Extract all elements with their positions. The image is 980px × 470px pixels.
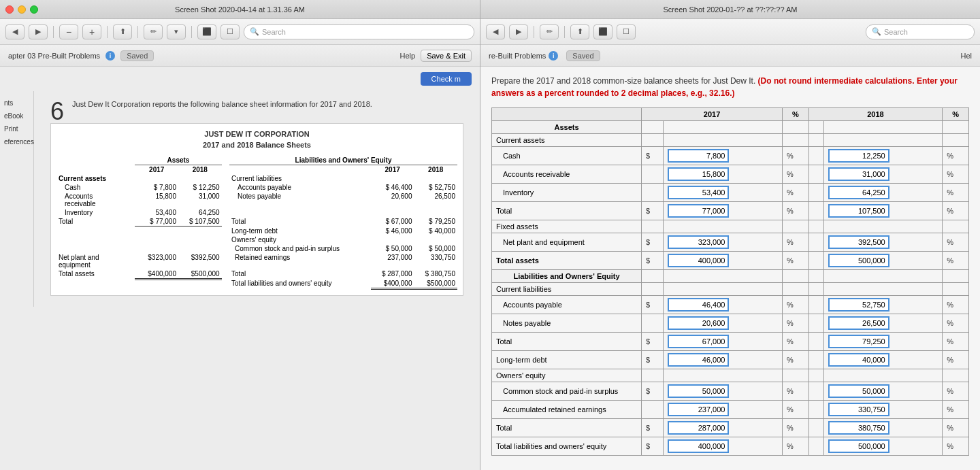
- share-button[interactable]: ⬆: [113, 24, 132, 39]
- bs-liab-equity-header: Liabilities and Owners' Equity: [229, 156, 457, 165]
- right-back-button[interactable]: ◀: [486, 24, 505, 39]
- bs-total-assets-2018: 500,000: [195, 270, 219, 278]
- row-label-np: Notes payable: [492, 314, 642, 333]
- right-annotate2-button[interactable]: ☐: [617, 24, 636, 39]
- dollar-total-le-2017: $: [642, 437, 664, 456]
- left-main-content: nts eBook Print eferences 6 Just Dew It …: [0, 91, 480, 307]
- toolbar-separator-3: [137, 26, 138, 38]
- bs-total-oe-label: Total: [229, 269, 371, 280]
- bs-cash-label: Cash: [56, 183, 135, 192]
- input-total-cl-2018[interactable]: [828, 335, 889, 348]
- forward-button[interactable]: ▶: [29, 24, 48, 39]
- pencil-down-button[interactable]: ▾: [167, 24, 186, 39]
- input-ltd-2017[interactable]: [668, 353, 729, 367]
- bs-ap-2018: 52,750: [434, 184, 455, 191]
- pencil-button[interactable]: ✏: [144, 24, 163, 39]
- input-total-oe-2018[interactable]: [828, 421, 889, 435]
- input-ap-2017[interactable]: [668, 298, 729, 312]
- sidebar-item-print[interactable]: Print: [3, 122, 31, 135]
- pct-label-total-ca-2018: %: [947, 207, 953, 215]
- left-panel: Screen Shot 2020-04-14 at 1.31.36 AM ◀ ▶…: [0, 0, 480, 470]
- maximize-button[interactable]: [30, 5, 38, 14]
- pct-label-total-oe-2017: %: [787, 424, 794, 432]
- input-total-cl-2017[interactable]: [668, 335, 729, 348]
- input-np-2017[interactable]: [668, 316, 729, 330]
- sidebar-item-ebook[interactable]: eBook: [3, 110, 31, 122]
- input-total-assets-2018[interactable]: [828, 254, 889, 267]
- left-help-link[interactable]: Help: [400, 52, 416, 60]
- bs-nppe-2018: 392,500: [195, 254, 219, 261]
- row-label-fixed-assets: Fixed assets: [492, 220, 642, 233]
- annotate-button[interactable]: ⬛: [197, 24, 216, 39]
- problem-area: 6 Just Dew It Corporation reports the fo…: [39, 94, 474, 115]
- dollar-total-cl-2017: $: [642, 333, 664, 351]
- input-ap-2018[interactable]: [828, 298, 889, 312]
- col-header-2018: 2018: [808, 108, 943, 121]
- input-cash-2018[interactable]: [828, 149, 889, 163]
- bs-nppe-2017: 323,000: [152, 254, 176, 261]
- input-re-2018[interactable]: [828, 403, 889, 416]
- input-total-ca-2017[interactable]: [668, 204, 729, 218]
- save-exit-button[interactable]: Save & Exit: [421, 50, 472, 62]
- bs-inv-2017: 53,400: [135, 208, 178, 217]
- input-total-assets-2017[interactable]: [668, 254, 729, 267]
- bs-ar-2017: 15,800: [135, 192, 178, 208]
- left-search-placeholder: Search: [262, 28, 286, 36]
- sidebar-item-references[interactable]: eferences: [3, 135, 31, 148]
- input-total-ca-2018[interactable]: [828, 204, 889, 218]
- row-label-total-ca: Total: [492, 202, 642, 220]
- input-cs-2018[interactable]: [828, 384, 889, 398]
- check-button[interactable]: Check m: [421, 72, 472, 86]
- left-sidebar: nts eBook Print eferences: [0, 91, 34, 307]
- bs-re-2017: 237,000: [371, 253, 414, 269]
- bs-total-oe-2018: 380,750: [431, 270, 455, 278]
- right-forward-button[interactable]: ▶: [509, 24, 528, 39]
- bs-dollar-ap-17: $: [386, 184, 390, 191]
- right-share-button[interactable]: ⬆: [570, 24, 589, 39]
- right-saved-badge: Saved: [566, 50, 600, 61]
- bs-col-2017-liab: 2017: [371, 165, 414, 175]
- pct-label-total-le-2018: %: [947, 442, 953, 450]
- input-total-le-2017[interactable]: [668, 439, 729, 453]
- left-search-box[interactable]: 🔍 Search: [244, 24, 474, 39]
- right-search-placeholder: Search: [884, 28, 908, 36]
- section-liab-equity: Liabilities and Owners' Equity: [492, 270, 642, 283]
- right-annotate-button[interactable]: ⬛: [593, 24, 612, 39]
- right-pencil-button[interactable]: ✏: [540, 24, 559, 39]
- right-search-box[interactable]: 🔍 Search: [866, 24, 975, 39]
- minimize-button[interactable]: [18, 5, 26, 14]
- close-button[interactable]: [5, 5, 14, 14]
- left-breadcrumb-bar: apter 03 Pre-Built Problems i Saved Help…: [0, 45, 480, 67]
- input-total-le-2018[interactable]: [828, 439, 889, 453]
- input-ar-2017[interactable]: [668, 167, 729, 181]
- bs-cash-2018: 12,250: [199, 184, 220, 191]
- row-label-current-liab: Current liabilities: [492, 283, 642, 296]
- input-re-2017[interactable]: [668, 403, 729, 416]
- input-cash-2017[interactable]: [668, 149, 729, 163]
- right-breadcrumb-bar: re-Built Problems i Saved Hel: [480, 45, 980, 67]
- input-nppe-2018[interactable]: [828, 235, 889, 249]
- sidebar-item-nts[interactable]: nts: [3, 97, 31, 110]
- row-label-ap: Accounts payable: [492, 296, 642, 314]
- input-cs-2017[interactable]: [668, 384, 729, 398]
- bs-inv-label: Inventory: [56, 208, 135, 217]
- zoom-in-button[interactable]: +: [82, 24, 101, 39]
- pct-label-nppe-2018: %: [947, 238, 953, 246]
- input-np-2018[interactable]: [828, 316, 889, 330]
- toolbar-separator-2: [107, 26, 108, 38]
- input-inv-2018[interactable]: [828, 186, 889, 199]
- input-nppe-2017[interactable]: [668, 235, 729, 249]
- annotate2-button[interactable]: ☐: [220, 24, 240, 39]
- zoom-out-button[interactable]: −: [59, 24, 78, 39]
- right-help-link[interactable]: Hel: [960, 52, 972, 60]
- input-ltd-2018[interactable]: [828, 353, 889, 367]
- right-toolbar-sep-1: [534, 26, 534, 38]
- dollar-cs-2017: $: [642, 382, 664, 401]
- back-button[interactable]: ◀: [5, 24, 24, 39]
- dollar-nppe-2017: $: [642, 233, 664, 252]
- pct-label-re-2018: %: [947, 405, 953, 414]
- input-inv-2017[interactable]: [668, 186, 729, 199]
- input-ar-2018[interactable]: [828, 167, 889, 181]
- pct-label-total-ca-2017: %: [787, 207, 794, 215]
- input-total-oe-2017[interactable]: [668, 421, 729, 435]
